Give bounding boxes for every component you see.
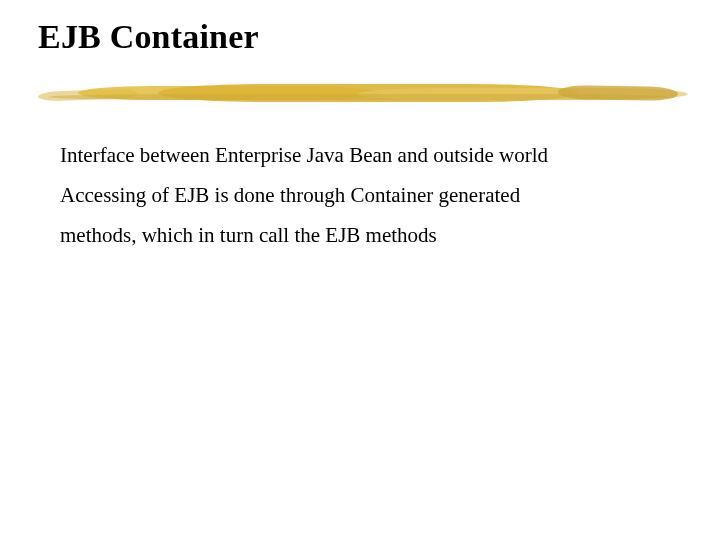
body-line: methods, which in turn call the EJB meth… <box>60 216 640 256</box>
body-line: Accessing of EJB is done through Contain… <box>60 176 640 216</box>
brush-stroke-icon <box>48 94 668 100</box>
title-underline-brushstroke <box>38 80 678 108</box>
slide-title: EJB Container <box>38 18 672 56</box>
body-line: Interface between Enterprise Java Bean a… <box>60 136 640 176</box>
slide-body: Interface between Enterprise Java Bean a… <box>60 136 640 256</box>
slide: EJB Container Interface between Enterpri… <box>0 0 720 540</box>
